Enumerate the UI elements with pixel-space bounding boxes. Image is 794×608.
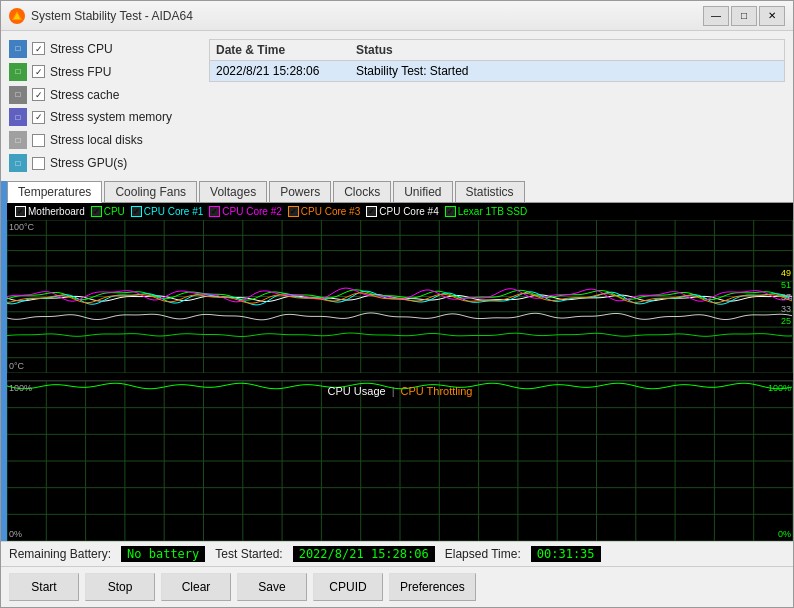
battery-value: No battery xyxy=(121,546,205,562)
stress-cache-checkbox[interactable] xyxy=(32,88,45,101)
cpu-y-left-bot: 0% xyxy=(9,529,32,539)
elapsed-label: Elapsed Time: xyxy=(445,547,521,561)
tab-powers[interactable]: Powers xyxy=(269,181,331,202)
stress-memory-icon: □ xyxy=(9,108,27,126)
tab-statistics[interactable]: Statistics xyxy=(455,181,525,202)
tab-cooling-fans[interactable]: Cooling Fans xyxy=(104,181,197,202)
legend-cb-cpu[interactable] xyxy=(91,206,102,217)
stress-cpu-label: Stress CPU xyxy=(50,42,113,56)
buttons-bar: Start Stop Clear Save CPUID Preferences xyxy=(1,566,793,607)
stress-disk-checkbox[interactable] xyxy=(32,134,45,147)
clear-button[interactable]: Clear xyxy=(161,573,231,601)
status-table: Date & Time Status 2022/8/21 15:28:06 St… xyxy=(209,39,785,82)
chart-area: Motherboard CPU CPU Core #1 xyxy=(7,203,793,541)
tab-unified[interactable]: Unified xyxy=(393,181,452,202)
cpu-y-left-top: 100% xyxy=(9,383,32,393)
stress-disk-icon: □ xyxy=(9,131,27,149)
window-title: System Stability Test - AIDA64 xyxy=(31,9,703,23)
legend-cb-cpu-core4[interactable] xyxy=(366,206,377,217)
cpu-chart-title: CPU Usage | CPU Throttling xyxy=(328,385,473,397)
titlebar: System Stability Test - AIDA64 — □ ✕ xyxy=(1,1,793,31)
legend-label-cpu-core3: CPU Core #3 xyxy=(301,206,360,217)
cpuid-button[interactable]: CPUID xyxy=(313,573,383,601)
stress-fpu-checkbox[interactable] xyxy=(32,65,45,78)
test-started-value: 2022/8/21 15:28:06 xyxy=(293,546,435,562)
close-button[interactable]: ✕ xyxy=(759,6,785,26)
elapsed-value: 00:31:35 xyxy=(531,546,601,562)
legend-cb-cpu-core2[interactable] xyxy=(209,206,220,217)
temp-chart: Motherboard CPU CPU Core #1 xyxy=(7,203,793,381)
temp-legend: Motherboard CPU CPU Core #1 xyxy=(7,203,793,220)
status-text: Stability Test: Started xyxy=(356,64,469,78)
legend-motherboard: Motherboard xyxy=(15,206,85,217)
legend-cpu-core1: CPU Core #1 xyxy=(131,206,203,217)
legend-cpu-core3: CPU Core #3 xyxy=(288,206,360,217)
stress-cache-icon: □ xyxy=(9,86,27,104)
cpu-usage-title: CPU Usage xyxy=(328,385,386,397)
cpu-canvas xyxy=(7,381,793,541)
top-section: □ Stress CPU □ Stress FPU □ Stress cache xyxy=(1,31,793,181)
col2-header: Status xyxy=(356,43,393,57)
window-controls: — □ ✕ xyxy=(703,6,785,26)
save-button[interactable]: Save xyxy=(237,573,307,601)
temp-val-25: 25 xyxy=(781,316,791,326)
stress-memory-label: Stress system memory xyxy=(50,110,172,124)
stress-gpu-checkbox[interactable] xyxy=(32,157,45,170)
legend-cb-ssd[interactable] xyxy=(445,206,456,217)
stress-cache-label: Stress cache xyxy=(50,88,119,102)
temp-canvas xyxy=(7,220,793,373)
stop-button[interactable]: Stop xyxy=(85,573,155,601)
legend-cb-cpu-core3[interactable] xyxy=(288,206,299,217)
stress-gpu-item: □ Stress GPU(s) xyxy=(9,153,193,173)
stress-memory-checkbox[interactable] xyxy=(32,111,45,124)
app-icon xyxy=(9,8,25,24)
legend-label-ssd: Lexar 1TB SSD xyxy=(458,206,527,217)
tabs-bar: Temperatures Cooling Fans Voltages Power… xyxy=(7,181,793,203)
stress-cpu-item: □ Stress CPU xyxy=(9,39,193,59)
legend-cb-cpu-core1[interactable] xyxy=(131,206,142,217)
start-button[interactable]: Start xyxy=(9,573,79,601)
temp-y-max: 100°C xyxy=(9,222,34,232)
status-table-header: Date & Time Status xyxy=(210,40,784,61)
main-layout: □ Stress CPU □ Stress FPU □ Stress cache xyxy=(1,31,793,607)
legend-cpu-core4: CPU Core #4 xyxy=(366,206,438,217)
tab-temperatures[interactable]: Temperatures xyxy=(7,181,102,203)
preferences-button[interactable]: Preferences xyxy=(389,573,476,601)
stress-fpu-item: □ Stress FPU xyxy=(9,62,193,82)
cpu-y-right-bot: 0% xyxy=(768,529,791,539)
tab-voltages[interactable]: Voltages xyxy=(199,181,267,202)
temp-y-min: 0°C xyxy=(9,361,34,371)
maximize-button[interactable]: □ xyxy=(731,6,757,26)
stress-cpu-icon: □ xyxy=(9,40,27,58)
temp-values-right: 49 51 37 33 25 xyxy=(781,220,791,373)
legend-label-cpu-core4: CPU Core #4 xyxy=(379,206,438,217)
temp-y-labels: 100°C 0°C xyxy=(9,220,34,373)
legend-label-cpu: CPU xyxy=(104,206,125,217)
bottom-bar: Remaining Battery: No battery Test Start… xyxy=(1,541,793,566)
cpu-throttling-title: CPU Throttling xyxy=(401,385,473,397)
stress-gpu-label: Stress GPU(s) xyxy=(50,156,127,170)
legend-ssd: Lexar 1TB SSD xyxy=(445,206,527,217)
cpu-chart: CPU Usage | CPU Throttling 100% 0% 100% xyxy=(7,381,793,541)
stress-gpu-icon: □ xyxy=(9,154,27,172)
stress-fpu-label: Stress FPU xyxy=(50,65,111,79)
cpu-y-labels-right: 100% 0% xyxy=(768,381,791,541)
stress-cache-item: □ Stress cache xyxy=(9,85,193,105)
legend-label-cpu-core2: CPU Core #2 xyxy=(222,206,281,217)
minimize-button[interactable]: — xyxy=(703,6,729,26)
cpu-y-labels-left: 100% 0% xyxy=(9,381,32,541)
status-table-row: 2022/8/21 15:28:06 Stability Test: Start… xyxy=(210,61,784,81)
legend-cb-motherboard[interactable] xyxy=(15,206,26,217)
legend-cpu-core2: CPU Core #2 xyxy=(209,206,281,217)
col1-header: Date & Time xyxy=(216,43,356,57)
legend-cpu: CPU xyxy=(91,206,125,217)
stress-memory-item: □ Stress system memory xyxy=(9,107,193,127)
battery-label: Remaining Battery: xyxy=(9,547,111,561)
legend-label-cpu-core1: CPU Core #1 xyxy=(144,206,203,217)
stress-disk-item: □ Stress local disks xyxy=(9,130,193,150)
status-datetime: 2022/8/21 15:28:06 xyxy=(216,64,356,78)
cpu-y-right-top: 100% xyxy=(768,383,791,393)
stress-options-panel: □ Stress CPU □ Stress FPU □ Stress cache xyxy=(1,31,201,181)
stress-cpu-checkbox[interactable] xyxy=(32,42,45,55)
tab-clocks[interactable]: Clocks xyxy=(333,181,391,202)
